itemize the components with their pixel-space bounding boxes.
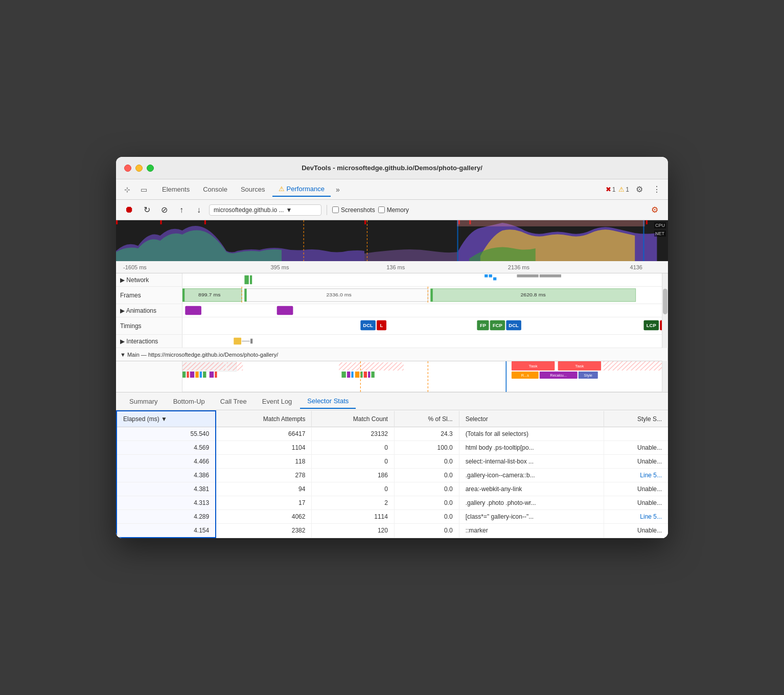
url-dropdown-icon: ▼	[286, 206, 292, 214]
timings-track-label[interactable]: Timings	[116, 317, 182, 334]
cell-match-count: 1114	[312, 510, 394, 524]
svg-rect-32	[277, 306, 293, 315]
cell-elapsed: 4.381	[117, 482, 216, 496]
cell-pct-slow: 0.0	[394, 469, 459, 482]
svg-text:LCP: LCP	[647, 323, 656, 329]
col-match-count-header[interactable]: Match Count	[312, 411, 394, 427]
timeline-overview[interactable]: CPU NET	[116, 220, 668, 261]
cell-pct-slow: 24.3	[394, 427, 459, 441]
cell-style-sheet: Unable...	[604, 482, 668, 496]
svg-rect-15	[485, 274, 488, 277]
col-selector-header[interactable]: Selector	[459, 411, 604, 427]
svg-rect-7	[646, 220, 648, 224]
cell-match-attempts: 278	[216, 469, 312, 482]
tab-console[interactable]: Console	[197, 182, 234, 196]
tab-more[interactable]: »	[332, 183, 344, 196]
memory-checkbox[interactable]	[378, 206, 385, 213]
svg-text:DCL: DCL	[509, 323, 519, 329]
tab-sources[interactable]: Sources	[235, 182, 271, 196]
close-button[interactable]	[124, 165, 131, 172]
cell-elapsed: 55.540	[117, 427, 216, 441]
maximize-button[interactable]	[147, 165, 154, 172]
minimize-button[interactable]	[135, 165, 143, 172]
svg-rect-69	[368, 372, 370, 378]
interactions-track-label[interactable]: ▶ Interactions	[116, 335, 182, 348]
title-bar: DevTools - microsoftedge.github.io/Demos…	[116, 157, 668, 179]
tab-performance-label: Performance	[287, 185, 325, 193]
cell-match-count: 120	[312, 524, 394, 538]
svg-text:Task: Task	[528, 364, 538, 368]
inspect-icon[interactable]: ⊹	[120, 182, 134, 197]
svg-rect-64	[347, 372, 350, 378]
screenshots-checkbox-label[interactable]: Screenshots	[332, 206, 375, 214]
tab-bottom-up[interactable]: Bottom-Up	[166, 395, 212, 408]
cell-elapsed: 4.154	[117, 524, 216, 538]
svg-rect-52	[182, 362, 225, 370]
perf-settings-button[interactable]: ⚙	[648, 203, 662, 217]
tab-summary[interactable]: Summary	[122, 395, 165, 408]
svg-rect-31	[185, 306, 201, 315]
warn-badge: ⚠ 1	[618, 186, 629, 193]
network-track-label[interactable]: ▶ Network	[116, 273, 182, 286]
interactions-label-text: ▶ Interactions	[120, 338, 158, 345]
cell-style-sheet	[604, 427, 668, 441]
download-button[interactable]: ↓	[192, 203, 206, 217]
stop-button[interactable]: ⊘	[157, 203, 171, 217]
warn-icon: ⚠	[618, 186, 625, 193]
svg-rect-58	[200, 372, 202, 378]
cell-match-count: 2	[312, 496, 394, 510]
animations-track-label[interactable]: ▶ Animations	[116, 304, 182, 317]
error-icon: ✖	[606, 186, 611, 193]
cell-style-sheet[interactable]: Line 5...	[604, 469, 668, 482]
col-pct-slow-header[interactable]: % of Sl...	[394, 411, 459, 427]
col-match-attempts-header[interactable]: Match Attempts	[216, 411, 312, 427]
tab-selector-stats[interactable]: Selector Stats	[300, 394, 356, 409]
cell-pct-slow: 0.0	[394, 455, 459, 469]
screenshots-checkbox[interactable]	[332, 206, 339, 213]
record-button[interactable]: ⏺	[122, 203, 136, 217]
svg-text:FP: FP	[480, 323, 486, 329]
more-options-button[interactable]: ⋮	[650, 182, 664, 197]
col-style-sheet-header[interactable]: Style S...	[604, 411, 668, 427]
cell-selector: .gallery-icon--camera::b...	[459, 469, 604, 482]
cell-selector: (Totals for all selectors)	[459, 427, 604, 441]
device-icon[interactable]: ▭	[136, 182, 151, 197]
tab-call-tree[interactable]: Call Tree	[213, 395, 254, 408]
cell-match-attempts: 1104	[216, 441, 312, 455]
cell-style-sheet[interactable]: Line 5...	[604, 510, 668, 524]
table-row: 4.466 118 0 0.0 select:-internal-list-bo…	[117, 455, 668, 469]
cell-elapsed: 4.386	[117, 469, 216, 482]
memory-checkbox-label[interactable]: Memory	[378, 206, 409, 214]
interactions-track: ▶ Interactions	[116, 335, 668, 348]
tab-elements[interactable]: Elements	[156, 182, 196, 196]
cell-match-count: 23132	[312, 427, 394, 441]
tab-event-log[interactable]: Event Log	[255, 395, 299, 408]
cell-elapsed: 4.313	[117, 496, 216, 510]
frames-label-text: Frames	[120, 292, 141, 299]
sort-arrow: ▼	[161, 415, 167, 423]
cell-match-attempts: 4062	[216, 510, 312, 524]
cell-style-sheet: Unable...	[604, 496, 668, 510]
table-row: 4.313 17 2 0.0 .gallery .photo .photo-wr…	[117, 496, 668, 510]
network-label-text: ▶ Network	[120, 276, 149, 284]
frames-track-content: 899.7 ms 2336.0 ms 2620.8 ms	[182, 287, 668, 304]
cell-match-count: 0	[312, 455, 394, 469]
col-elapsed-header[interactable]: Elapsed (ms) ▼	[117, 411, 216, 427]
timeline-labels: CPU NET	[654, 222, 666, 237]
upload-button[interactable]: ↑	[174, 203, 189, 217]
timeline-ruler: -1605 ms 395 ms 136 ms 2136 ms 4136	[116, 261, 668, 273]
scrollbar-thumb[interactable]	[663, 289, 667, 314]
right-scrollbar[interactable]	[662, 273, 668, 392]
refresh-button[interactable]: ↻	[140, 203, 154, 217]
timings-track: Timings DCL L FP FC	[116, 317, 668, 335]
tab-performance[interactable]: ⚠ Performance	[272, 182, 331, 197]
frames-track-label[interactable]: Frames	[116, 287, 182, 304]
svg-rect-19	[540, 274, 561, 277]
cell-style-sheet: Unable...	[604, 524, 668, 538]
settings-button[interactable]: ⚙	[632, 182, 647, 197]
svg-text:R...s: R...s	[521, 373, 529, 378]
table-row: 4.154 2382 120 0.0 ::marker Unable...	[117, 524, 668, 538]
main-track-label[interactable]: ▼ Main — https://microsoftedge.github.io…	[116, 348, 668, 361]
url-display[interactable]: microsoftedge.github.io ... ▼	[209, 204, 321, 216]
main-track-header: ▼ Main — https://microsoftedge.github.io…	[116, 348, 668, 361]
